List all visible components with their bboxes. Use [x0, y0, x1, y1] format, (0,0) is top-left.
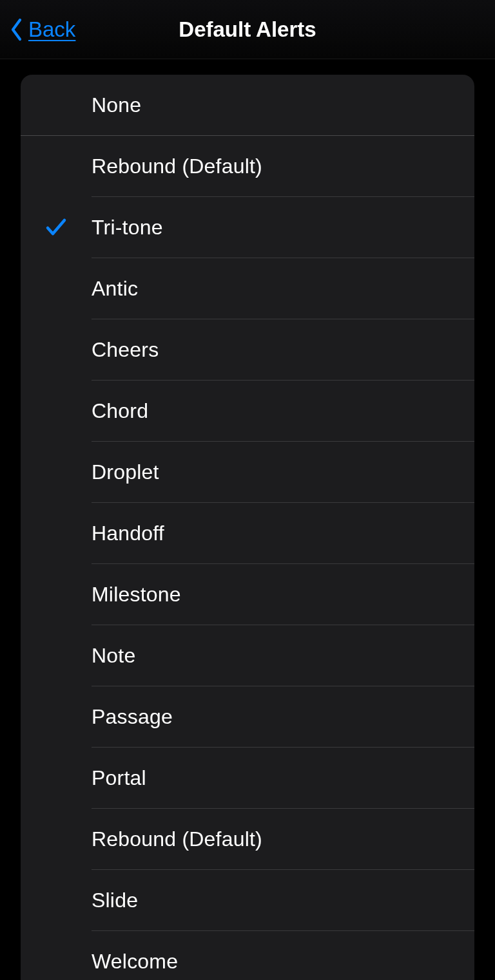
alert-tone-row-tri-tone[interactable]: Tri-tone	[21, 197, 474, 258]
alert-tone-row-none[interactable]: None	[21, 75, 474, 135]
alert-tone-label: Antic	[92, 277, 461, 301]
alert-tone-label: Portal	[92, 766, 461, 790]
row-content: None	[92, 93, 474, 117]
row-content: Rebound (Default)	[92, 155, 474, 178]
alert-tone-row-antic[interactable]: Antic	[21, 258, 474, 319]
alert-tone-row-slide[interactable]: Slide	[21, 870, 474, 930]
navigation-bar: Back Default Alerts	[0, 0, 495, 59]
row-content: Handoff	[92, 522, 474, 545]
row-content: Welcome	[92, 950, 474, 974]
alert-tone-label: Cheers	[92, 338, 461, 362]
alert-tone-label: Note	[92, 644, 461, 668]
alert-tone-label: Rebound (Default)	[92, 155, 461, 178]
alert-tone-label: Tri-tone	[92, 216, 461, 240]
alert-tone-row-milestone[interactable]: Milestone	[21, 564, 474, 625]
row-content: Chord	[92, 399, 474, 423]
alert-tone-label: Welcome	[92, 950, 461, 974]
back-label: Back	[28, 17, 75, 42]
checkmark-icon	[45, 216, 67, 238]
back-button[interactable]: Back	[9, 17, 75, 42]
alert-tone-label: Milestone	[92, 583, 461, 607]
alert-tone-row-chord[interactable]: Chord	[21, 381, 474, 441]
alert-tone-row-note[interactable]: Note	[21, 625, 474, 686]
check-column	[21, 216, 92, 238]
content-area: NoneRebound (Default)Tri-toneAnticCheers…	[0, 59, 495, 980]
row-content: Cheers	[92, 338, 474, 362]
alert-tone-label: Slide	[92, 889, 461, 912]
alert-tone-row-welcome[interactable]: Welcome	[21, 931, 474, 980]
row-content: Slide	[92, 889, 474, 912]
alert-tone-label: Passage	[92, 705, 461, 729]
alert-tone-label: Droplet	[92, 460, 461, 484]
alert-tone-row-rebound-default[interactable]: Rebound (Default)	[21, 136, 474, 196]
page-title: Default Alerts	[179, 17, 316, 42]
row-content: Note	[92, 644, 474, 668]
row-content: Antic	[92, 277, 474, 301]
alert-tone-row-cheers[interactable]: Cheers	[21, 319, 474, 380]
alert-tone-label: Handoff	[92, 522, 461, 545]
row-content: Rebound (Default)	[92, 827, 474, 851]
alert-tone-label: Rebound (Default)	[92, 827, 461, 851]
row-content: Milestone	[92, 583, 474, 607]
alert-tone-label: None	[92, 93, 461, 117]
row-content: Tri-tone	[92, 216, 474, 240]
alert-tone-label: Chord	[92, 399, 461, 423]
row-content: Passage	[92, 705, 474, 729]
alert-tone-list: NoneRebound (Default)Tri-toneAnticCheers…	[21, 75, 474, 980]
alert-tone-row-rebound-default[interactable]: Rebound (Default)	[21, 809, 474, 869]
alert-tone-row-droplet[interactable]: Droplet	[21, 442, 474, 502]
row-content: Droplet	[92, 460, 474, 484]
alert-tone-row-handoff[interactable]: Handoff	[21, 503, 474, 563]
alert-tone-row-passage[interactable]: Passage	[21, 686, 474, 747]
row-content: Portal	[92, 766, 474, 790]
chevron-left-icon	[9, 17, 24, 42]
alert-tone-row-portal[interactable]: Portal	[21, 748, 474, 808]
